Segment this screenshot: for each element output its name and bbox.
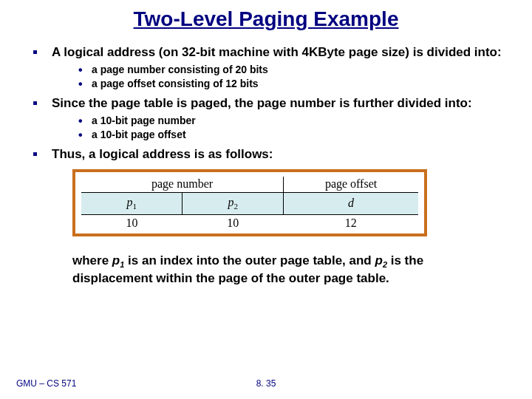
bullet-3: Thus, a logical address is as follows: — [30, 146, 510, 162]
bits-d: 12 — [284, 214, 418, 231]
caption-p1: p1 — [112, 253, 125, 267]
header-row: page number page offset — [81, 177, 418, 193]
caption-pre: where — [72, 253, 112, 267]
bullet-1a: a page number consisting of 20 bits — [77, 63, 510, 77]
slide-title: Two-Level Paging Example — [0, 7, 532, 31]
header-page-offset: page offset — [284, 177, 418, 193]
bits-p1: 10 — [81, 214, 183, 231]
bullet-1-sub: a page number consisting of 20 bits a pa… — [52, 63, 510, 91]
bullet-1-text: A logical address (on 32-bit machine wit… — [52, 45, 502, 59]
address-table: page number page offset p1 p2 d 10 10 12 — [81, 177, 418, 230]
bullet-2-text: Since the page table is paged, the page … — [52, 96, 472, 110]
bullet-1b: a page offset consisting of 12 bits — [77, 77, 510, 91]
bullet-2-sub: a 10-bit page number a 10-bit page offse… — [52, 114, 510, 142]
diagram-border: page number page offset p1 p2 d 10 10 12 — [72, 169, 427, 236]
bits-p2: 10 — [183, 214, 284, 231]
bullet-2: Since the page table is paged, the page … — [30, 95, 510, 142]
bullet-2a: a 10-bit page number — [77, 114, 510, 128]
cell-p2: p2 — [183, 193, 284, 214]
bits-row: 10 10 12 — [81, 214, 418, 231]
bullet-3-text: Thus, a logical address is as follows: — [52, 147, 273, 161]
bullet-1: A logical address (on 32-bit machine wit… — [30, 44, 510, 91]
symbol-row: p1 p2 d — [81, 193, 418, 214]
address-diagram: page number page offset p1 p2 d 10 10 12 — [72, 169, 427, 236]
cell-p1: p1 — [81, 193, 183, 214]
footer-center: 8. 35 — [0, 378, 532, 389]
bullet-list: A logical address (on 32-bit machine wit… — [30, 44, 510, 162]
caption: where p1 is an index into the outer page… — [72, 253, 479, 286]
caption-p2: p2 — [375, 253, 387, 267]
slide: Two-Level Paging Example A logical addre… — [0, 0, 532, 399]
bullet-2b: a 10-bit page offset — [77, 128, 510, 142]
header-page-number: page number — [81, 177, 284, 193]
cell-d: d — [284, 193, 418, 214]
caption-mid1: is an index into the outer page table, a… — [124, 253, 375, 267]
content-area: A logical address (on 32-bit machine wit… — [30, 44, 510, 286]
